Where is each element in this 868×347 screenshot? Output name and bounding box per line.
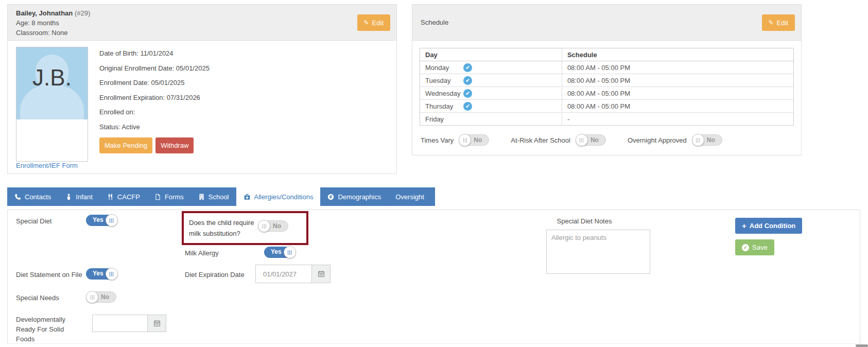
times-vary-toggle[interactable]: No	[459, 134, 489, 146]
special-diet-toggle[interactable]: Yes	[86, 214, 118, 227]
day-label: Friday	[425, 115, 463, 123]
schedule-body: Day Schedule Monday✔ 08:00 AM - 05:00 PM…	[412, 41, 801, 153]
schedule-toggle-row: Times Vary No At-Risk After School No Ov…	[420, 134, 794, 146]
table-row: Thursday✔ 08:00 AM - 05:00 PM	[420, 100, 794, 113]
diet-expiration-label: Diet Expiration Date	[185, 271, 245, 279]
tab-label: School	[209, 193, 229, 201]
calendar-icon	[318, 270, 325, 277]
milk-substitution-question: Does the child require milk substitution…	[189, 217, 258, 239]
overnight-approved-toggle[interactable]: No	[692, 134, 722, 146]
child-photo: J.B.	[16, 47, 88, 162]
check-circle-icon: ✔	[463, 89, 472, 98]
pencil-icon: ✎	[364, 19, 369, 26]
save-button[interactable]: ✓ Save	[735, 239, 774, 255]
tab-forms[interactable]: Forms	[147, 187, 191, 206]
tab-demographics[interactable]: Demographics	[320, 187, 388, 206]
plus-icon: +	[742, 221, 747, 230]
schedule-edit-label: Edit	[777, 19, 788, 27]
toggle-knob	[86, 291, 98, 303]
calendar-icon	[153, 320, 161, 327]
toggle-knob	[576, 134, 588, 146]
check-circle-icon: ✔	[463, 102, 472, 111]
profile-summary: Bailey, Johnathan (#29) Age: 8 months Cl…	[16, 7, 90, 38]
schedule-card: Schedule ✎ Edit Day Schedule Monday✔ 08:…	[412, 4, 802, 155]
tab-label: CACFP	[117, 193, 140, 201]
special-diet-label: Special Diet	[16, 217, 51, 225]
profile-card: Bailey, Johnathan (#29) Age: 8 months Cl…	[7, 4, 397, 174]
add-condition-label: Add Condition	[750, 222, 796, 230]
profile-card-header: Bailey, Johnathan (#29) Age: 8 months Cl…	[8, 5, 396, 41]
infant-icon	[65, 194, 72, 200]
tab-school[interactable]: School	[191, 187, 236, 206]
enrollment-details: Date of Birth: 11/01/2024 Original Enrol…	[99, 47, 210, 162]
schedule-time: 08:00 AM - 05:00 PM	[562, 87, 793, 100]
pencil-icon: ✎	[769, 19, 774, 26]
save-label: Save	[752, 244, 768, 251]
schedule-time: -	[562, 113, 793, 126]
special-diet-notes-label: Special Diet Notes	[512, 217, 656, 225]
toggle-knob	[106, 268, 118, 280]
tab-label: Allergies/Conditions	[254, 193, 314, 201]
withdraw-button[interactable]: Withdraw	[155, 137, 194, 153]
file-icon	[154, 194, 161, 200]
add-condition-button[interactable]: + Add Condition	[735, 218, 802, 234]
schedule-title: Schedule	[421, 19, 448, 26]
dev-ready-input[interactable]	[92, 315, 148, 332]
special-needs-label: Special Needs	[16, 294, 59, 302]
dev-ready-group	[92, 315, 166, 332]
diet-expiration-group	[255, 265, 331, 283]
tab-label: Oversight	[395, 193, 424, 201]
diet-statement-label: Diet Statement on File	[16, 271, 82, 279]
special-diet-notes-textarea[interactable]	[546, 230, 650, 274]
diet-expiration-input[interactable]	[255, 265, 312, 283]
toggle-knob	[106, 214, 118, 227]
tab-oversight[interactable]: Oversight	[388, 187, 431, 206]
allergies-conditions-panel: Special Diet Yes Does the child require …	[7, 210, 860, 344]
detail-enrolled-on: Enrolled on:	[99, 108, 210, 116]
schedule-header-row: Day Schedule	[420, 48, 794, 61]
detail-enrollment-date: Enrollment Date: 05/01/2025	[99, 79, 210, 86]
child-name: Bailey, Johnathan (#29)	[16, 8, 90, 18]
child-age: Age: 8 months	[16, 18, 90, 28]
tab-cacfp[interactable]: CACFP	[100, 187, 147, 206]
diet-statement-toggle[interactable]: Yes	[86, 268, 118, 280]
schedule-edit-button[interactable]: ✎ Edit	[762, 14, 795, 31]
milk-allergy-toggle[interactable]: Yes	[264, 246, 296, 258]
tab-label: Infant	[76, 193, 93, 201]
globe-marker-icon	[327, 194, 334, 200]
table-row: Tuesday✔ 08:00 AM - 05:00 PM	[420, 74, 794, 87]
dev-ready-label: Developmentally Ready For Solid Foods	[16, 315, 84, 344]
milk-allergy-label: Milk Allergy	[185, 249, 219, 257]
milk-substitution-highlight-box: Does the child require milk substitution…	[182, 211, 308, 245]
tab-contacts[interactable]: Contacts	[7, 187, 58, 206]
tab-label: Contacts	[25, 193, 51, 201]
tab-infant[interactable]: Infant	[58, 187, 100, 206]
at-risk-toggle[interactable]: No	[576, 134, 606, 146]
tab-allergies-conditions[interactable]: Allergies/Conditions	[236, 187, 321, 206]
child-id: (#29)	[75, 9, 90, 17]
schedule-time: 08:00 AM - 05:00 PM	[562, 74, 793, 87]
profile-edit-button[interactable]: ✎ Edit	[357, 14, 390, 31]
status-buttons: Make Pending Withdraw	[99, 137, 210, 153]
detail-date-of-birth: Date of Birth: 11/01/2024	[99, 49, 210, 57]
day-label: Tuesday	[425, 77, 463, 84]
detail-enrollment-expiration: Enrollment Expiration: 07/31/2026	[99, 94, 210, 101]
make-pending-button[interactable]: Make Pending	[99, 137, 152, 153]
check-circle-icon: ✔	[463, 76, 472, 85]
overnight-approved-label: Overnight Approved	[628, 136, 687, 144]
calendar-button[interactable]	[312, 265, 331, 283]
day-label: Wednesday	[425, 90, 463, 97]
check-circle-icon: ✓	[742, 244, 749, 251]
calendar-button[interactable]	[148, 315, 166, 332]
table-row: Friday -	[420, 113, 794, 126]
milk-substitution-toggle[interactable]: No	[258, 220, 288, 232]
table-row: Monday✔ 08:00 AM - 05:00 PM	[420, 61, 794, 74]
day-label: Thursday	[425, 102, 463, 110]
special-needs-toggle[interactable]: No	[86, 291, 116, 303]
at-risk-group: At-Risk After School No	[511, 134, 606, 146]
horizontal-scrollbar-thumb[interactable]	[856, 344, 868, 347]
profile-body: J.B. Date of Birth: 11/01/2024 Original …	[8, 41, 396, 162]
enrollment-ief-form-link[interactable]: Enrollment/IEF Form	[16, 162, 78, 169]
phone-icon	[14, 194, 21, 200]
schedule-time: 08:00 AM - 05:00 PM	[562, 61, 793, 74]
